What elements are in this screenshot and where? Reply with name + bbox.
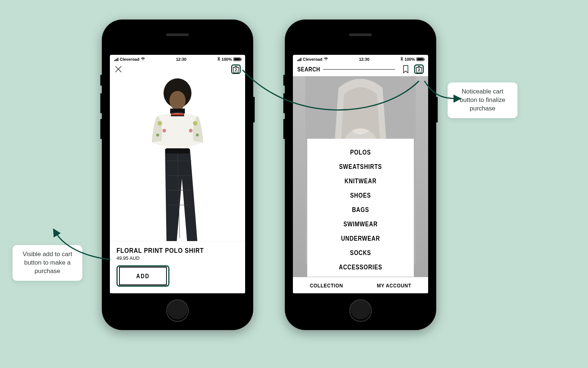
tab-collection[interactable]: COLLECTION (310, 282, 343, 288)
volume-down (100, 119, 102, 139)
category-socks[interactable]: SOCKS (350, 245, 371, 261)
product-image[interactable] (110, 76, 245, 241)
svg-point-2 (158, 121, 162, 125)
mute-switch (283, 75, 285, 86)
svg-point-3 (162, 129, 166, 132)
search-label[interactable]: SEARCH (297, 66, 320, 72)
status-bar: Cleveroad 12:30 100% (110, 55, 245, 64)
cart-count: 2 (415, 67, 423, 73)
svg-rect-9 (171, 115, 184, 116)
product-nav-row: 2 (110, 64, 245, 76)
close-button[interactable] (114, 65, 122, 73)
product-price: 49.95 AUD (116, 255, 239, 261)
battery-percent: 100% (405, 57, 415, 61)
battery-icon (233, 57, 241, 61)
wifi-icon (141, 57, 145, 61)
bookmark-icon (403, 65, 409, 73)
category-accessories[interactable]: ACCESSORIES (339, 259, 382, 275)
power-button (253, 97, 255, 123)
svg-rect-8 (171, 113, 184, 115)
collection-hero: POLOS SWEATSHIRTS KNITWEAR SHOES BAGS SW… (293, 76, 428, 277)
category-swimwear[interactable]: SWIMWEAR (343, 216, 377, 232)
carrier-label: Cleveroad (303, 57, 322, 61)
shopping-bag-icon: 2 (415, 65, 423, 73)
add-to-cart-button[interactable]: ADD (119, 267, 167, 286)
clock: 12:30 (176, 57, 186, 61)
category-knitwear[interactable]: KNITWEAR (344, 173, 376, 189)
svg-point-5 (193, 121, 197, 125)
home-button[interactable] (166, 299, 189, 322)
category-bags[interactable]: BAGS (352, 202, 369, 218)
phone-mockup-product: Cleveroad 12:30 100% (102, 20, 253, 330)
volume-down (283, 119, 285, 139)
svg-point-7 (196, 134, 199, 137)
signal-icon (297, 57, 301, 61)
battery-icon (416, 57, 424, 61)
bluetooth-icon (400, 57, 403, 62)
status-bar: Cleveroad 12:30 100% (293, 55, 428, 64)
callout-cart-button: Noticeable cart button to finalize purch… (448, 82, 517, 118)
model-illustration (110, 76, 245, 241)
category-shoes[interactable]: SHOES (350, 187, 371, 204)
volume-up (283, 93, 285, 113)
tab-my-account[interactable]: MY ACCOUNT (377, 282, 411, 288)
category-sweatshirts[interactable]: SWEATSHIRTS (339, 159, 382, 175)
cart-button[interactable]: 2 (231, 64, 241, 74)
callout-add-to-cart: Visible add to cart button to make a pur… (12, 245, 82, 281)
svg-point-4 (156, 134, 159, 137)
product-title: FLORAL PRINT POLO SHIRT (116, 247, 239, 255)
mute-switch (100, 75, 102, 86)
signal-icon (114, 57, 118, 61)
svg-rect-15 (166, 148, 189, 153)
battery-percent: 100% (222, 57, 232, 61)
bookmark-button[interactable] (401, 64, 410, 74)
add-button-highlight: ADD (116, 265, 169, 287)
screen-product-detail: Cleveroad 12:30 100% (110, 55, 245, 293)
bottom-tab-bar: COLLECTION MY ACCOUNT (293, 277, 428, 293)
shopping-bag-icon: 2 (232, 65, 240, 73)
phone-speaker (349, 33, 372, 36)
cart-button[interactable]: 2 (414, 64, 424, 74)
volume-up (100, 93, 102, 113)
svg-point-1 (169, 91, 186, 110)
power-button (436, 97, 438, 123)
phone-mockup-collection: Cleveroad 12:30 100% SEARCH (285, 20, 436, 330)
carrier-label: Cleveroad (120, 57, 139, 61)
wifi-icon (324, 57, 328, 61)
product-info-card: FLORAL PRINT POLO SHIRT 49.95 AUD ADD (110, 241, 245, 293)
clock: 12:30 (359, 57, 369, 61)
category-panel: POLOS SWEATSHIRTS KNITWEAR SHOES BAGS SW… (307, 139, 414, 277)
svg-point-6 (189, 129, 193, 132)
cart-count: 2 (232, 67, 240, 73)
category-polos[interactable]: POLOS (350, 144, 371, 160)
search-input-line[interactable] (323, 69, 395, 70)
bluetooth-icon (217, 57, 220, 62)
home-button[interactable] (349, 299, 372, 322)
phone-speaker (166, 33, 189, 36)
screen-collection: Cleveroad 12:30 100% SEARCH (293, 55, 428, 293)
collection-nav-row: SEARCH 2 (293, 64, 428, 76)
category-underwear[interactable]: UNDERWEAR (341, 230, 380, 247)
